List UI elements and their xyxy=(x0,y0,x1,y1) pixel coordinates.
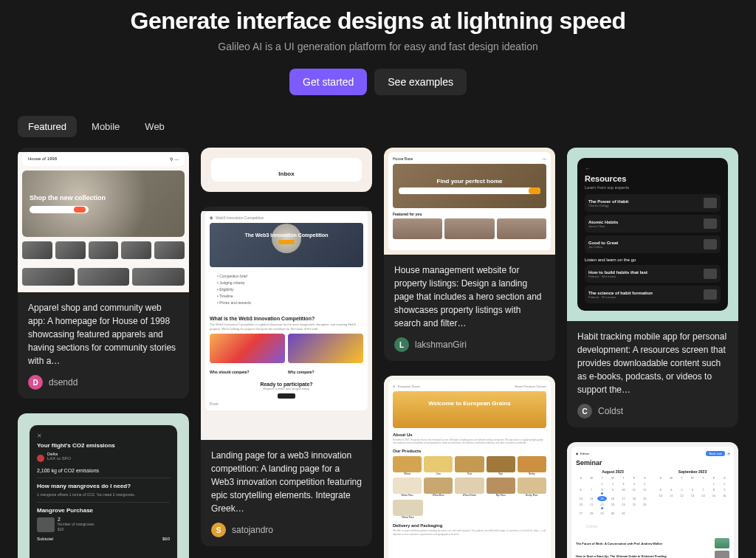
avatar: D xyxy=(28,375,43,390)
card-description: Apparel shop and community web app: A ho… xyxy=(28,301,179,368)
page-subtitle: Galileo AI is a UI generation platform f… xyxy=(15,41,741,52)
tab-mobile[interactable]: Mobile xyxy=(81,116,130,137)
tab-web[interactable]: Web xyxy=(134,116,175,137)
design-card-seminar[interactable]: ◆EdviseBook now◔ Seminar August 2023SMTW… xyxy=(567,442,738,558)
card-author[interactable]: L lakshmanGiri xyxy=(394,337,545,352)
card-preview: ◆EdviseBook now◔ Seminar August 2023SMTW… xyxy=(567,442,738,558)
card-author[interactable]: D dsendd xyxy=(28,375,179,390)
design-card-resources[interactable]: ← Resources Learn from top experts The P… xyxy=(567,148,738,427)
card-description: House management website for property li… xyxy=(394,264,545,330)
card-description: Habit tracking mobile app for personal d… xyxy=(577,330,728,396)
card-description: Landing page for a web3 innovation compe… xyxy=(211,449,362,515)
avatar: S xyxy=(211,523,226,537)
username: satojandro xyxy=(232,525,273,535)
card-preview: Inbox xyxy=(201,148,372,192)
card-preview: House of 1998⚲ ⋯ Shop the new collection… xyxy=(18,152,189,292)
username: Coldst xyxy=(598,406,623,416)
card-author[interactable]: C Coldst xyxy=(577,404,728,418)
design-card-web3[interactable]: ⬢Web3 Innovation Competition The Web3 In… xyxy=(201,207,372,546)
avatar: L xyxy=(394,337,409,352)
filter-tabs: Featured Mobile Web xyxy=(0,116,756,148)
design-card-co2[interactable]: ✕ Your flight's CO2 emissions DeltaLAX t… xyxy=(18,413,189,558)
design-gallery: House of 1998⚲ ⋯ Shop the new collection… xyxy=(0,148,756,558)
username: lakshmanGiri xyxy=(415,340,467,350)
avatar: C xyxy=(577,404,592,418)
page-title: Generate interface designs at lightning … xyxy=(15,7,741,35)
card-preview: ✲European GrainsHome Products Contact We… xyxy=(384,376,555,558)
tab-featured[interactable]: Featured xyxy=(18,116,77,137)
card-preview: ← Resources Learn from top experts The P… xyxy=(567,148,738,321)
design-card-house[interactable]: House Base⋯ Find your perfect home Featu… xyxy=(384,148,555,361)
card-preview: ✕ Your flight's CO2 emissions DeltaLAX t… xyxy=(18,413,189,558)
design-card-inbox[interactable]: Inbox xyxy=(201,148,372,192)
card-author[interactable]: S satojandro xyxy=(211,523,362,537)
design-card-grains[interactable]: ✲European GrainsHome Products Contact We… xyxy=(384,376,555,558)
design-card-apparel[interactable]: House of 1998⚲ ⋯ Shop the new collection… xyxy=(18,148,189,399)
username: dsendd xyxy=(49,377,78,388)
card-preview: ⬢Web3 Innovation Competition The Web3 In… xyxy=(201,211,372,440)
see-examples-button[interactable]: See examples xyxy=(374,69,467,95)
get-started-button[interactable]: Get started xyxy=(289,69,367,95)
card-preview: House Base⋯ Find your perfect home Featu… xyxy=(384,148,555,255)
